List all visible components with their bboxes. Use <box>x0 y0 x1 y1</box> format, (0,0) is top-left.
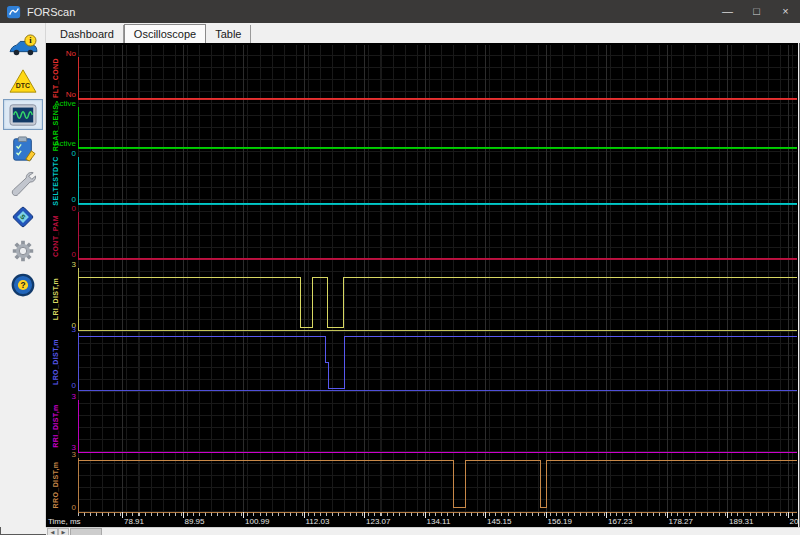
sidebar-button-help[interactable]: ? <box>3 269 43 300</box>
scroll-right-button[interactable]: ▶ <box>58 528 69 535</box>
wrench-icon <box>8 170 38 196</box>
sidebar-button-configuration[interactable]: S <box>3 201 43 232</box>
channel-axis <box>78 400 797 452</box>
sidebar-button-settings[interactable] <box>3 235 43 266</box>
time-tick-label: 156.19 <box>548 517 572 526</box>
channel-trace <box>78 336 797 388</box>
time-major-tick <box>667 512 668 518</box>
forscan-logo-icon <box>7 5 21 19</box>
sidebar-button-service[interactable] <box>3 167 43 198</box>
channel-axis <box>78 157 797 204</box>
channel-min-value: No <box>50 90 76 99</box>
forscan-window: FORScan — □ × i DTC <box>0 0 800 535</box>
channel-name-4: LRI_DIST,m <box>52 278 59 321</box>
channel-min-value: 0 <box>50 250 76 259</box>
oscilloscope-icon <box>8 102 38 128</box>
channel-max-value: Active <box>50 99 76 108</box>
time-major-tick <box>485 512 486 518</box>
channel-max-value: No <box>50 49 76 58</box>
channel-max-value: 0 <box>50 149 76 158</box>
channel-max-value: 3 <box>50 392 76 401</box>
time-major-tick <box>364 512 365 518</box>
window-controls: — □ × <box>713 0 800 23</box>
titlebar[interactable]: FORScan — □ × <box>0 0 800 23</box>
channel-trace <box>78 277 797 327</box>
sidebar-button-dtc[interactable]: DTC <box>3 65 43 96</box>
channel-name-5: LRO_DIST,m <box>52 338 59 384</box>
time-tick-label: 112.03 <box>306 517 330 526</box>
time-major-tick <box>183 512 184 518</box>
tab-oscilloscope[interactable]: Oscilloscope <box>124 24 206 43</box>
channel-axis <box>78 107 797 148</box>
time-tick-label: 167.23 <box>608 517 632 526</box>
channel-min-value: 0 <box>50 195 76 204</box>
tab-dashboard[interactable]: Dashboard <box>51 25 124 43</box>
channel-min-value: 0 <box>50 381 76 390</box>
time-major-tick <box>425 512 426 518</box>
channel-max-value: 3 <box>50 260 76 269</box>
channel-name-7: RRO_DIST,m <box>52 462 59 509</box>
channel-trace <box>78 460 797 507</box>
channel-min-value: Active <box>50 139 76 148</box>
time-tick-label: 178.27 <box>669 517 693 526</box>
horizontal-scrollbar[interactable]: ◀ ▶ <box>46 527 800 535</box>
scrollbar-thumb[interactable] <box>70 528 102 535</box>
dtc-warning-icon: DTC <box>8 68 38 94</box>
time-tick-label: 123.07 <box>366 517 390 526</box>
window-title: FORScan <box>27 6 713 18</box>
time-tick-label: 134.11 <box>427 517 451 526</box>
svg-text:?: ? <box>20 280 25 290</box>
steering-wheel-help-icon: ? <box>8 272 38 298</box>
channel-axis <box>78 57 797 99</box>
channel-max-value: 3 <box>50 450 76 459</box>
time-tick-label: 200.35 <box>790 517 799 526</box>
minimize-button[interactable]: — <box>713 0 742 23</box>
time-tick-label: 189.31 <box>729 517 753 526</box>
tab-bar: Dashboard Oscilloscope Table <box>46 23 800 43</box>
time-major-tick <box>788 512 789 518</box>
time-tick-label: 145.15 <box>487 517 511 526</box>
time-tick-label: 78.91 <box>124 517 144 526</box>
sidebar-button-tests[interactable] <box>3 133 43 164</box>
sidebar-button-vehicle-info[interactable]: i <box>3 31 43 62</box>
time-major-tick <box>727 512 728 518</box>
channel-min-value: 0 <box>50 503 76 512</box>
channel-max-value: 3 <box>50 325 76 334</box>
car-info-icon: i <box>8 34 38 60</box>
signal-traces <box>46 43 798 527</box>
gear-icon <box>8 238 38 264</box>
close-button[interactable]: × <box>771 0 800 23</box>
sidebar-button-oscilloscope[interactable] <box>3 99 43 130</box>
time-major-tick <box>546 512 547 518</box>
svg-text:DTC: DTC <box>15 81 29 88</box>
tab-table[interactable]: Table <box>206 25 251 43</box>
time-tick-label: 100.99 <box>245 517 269 526</box>
time-tick-label: 89.95 <box>185 517 205 526</box>
channel-axis <box>78 333 797 390</box>
time-major-tick <box>304 512 305 518</box>
chip-icon: S <box>8 204 38 230</box>
time-major-tick <box>122 512 123 518</box>
channel-axis <box>78 458 797 512</box>
tests-clipboard-icon <box>8 136 38 162</box>
scroll-left-button[interactable]: ◀ <box>47 528 58 535</box>
time-major-tick <box>606 512 607 518</box>
sidebar: i DTC <box>0 23 46 527</box>
channel-max-value: 0 <box>50 204 76 213</box>
channel-axis <box>78 212 797 259</box>
channel-name-6: RRI_DIST,m <box>52 404 59 447</box>
maximize-button[interactable]: □ <box>742 0 771 23</box>
oscilloscope-plot[interactable]: Time, ms FLT_CONDNoNoREAR_SENSActiveActi… <box>46 43 798 527</box>
time-major-tick <box>243 512 244 518</box>
